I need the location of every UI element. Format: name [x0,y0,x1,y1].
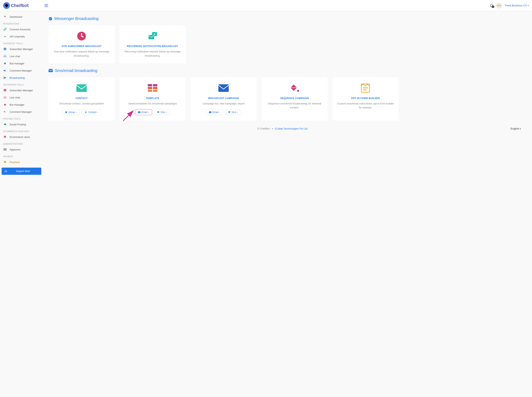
language-dropdown[interactable]: English ▾ [511,127,521,130]
sidebar-item-label: Subscriber Manager [10,48,33,51]
user-dropdown[interactable]: Trend Business CO ▾ [505,4,529,7]
svg-point-9 [5,105,6,105]
sidebar-item-ecommerce-store[interactable]: Ecommerce store [0,133,43,141]
card-contact: CONTACT Sms/email contact, contact group… [49,77,115,121]
messenger-icon [49,17,52,21]
sidebar-section-posting: POSTING TOOLS [0,115,43,121]
card-title: OTN SUBSCRIBER BROADCAST [52,45,111,48]
chevron-down-icon: ▾ [528,4,529,6]
card-optin-form[interactable]: OPT-IN FORM BUILDER Custom sms/email sub… [332,77,399,121]
sms-campaign-button[interactable]: Sms › [225,109,241,115]
chevron-right-icon: › [148,111,149,114]
sidebar-section-ecommerce: ECOMMERCE FEATURES [0,128,43,133]
svg-point-17 [154,33,155,35]
svg-rect-36 [363,87,368,88]
headset-icon [3,96,7,99]
reply-all-icon [3,110,7,114]
card-broadcast-campaign: BROADCAST CAMPAIGN Campaign list, new ca… [190,77,257,121]
svg-rect-25 [148,84,152,86]
brand-logo[interactable]: Cheifbot [3,2,29,9]
sidebar-item-broadcasting[interactable]: Broadcasting [0,74,43,81]
card-template: TEMPLATE Saved templates for sms/email c… [119,77,186,121]
card-title: OPT-IN FORM BUILDER [336,97,395,100]
support-desk-label: Support desk [7,170,39,173]
sidebar-item-payment[interactable]: Payment [0,158,43,166]
card-otn-broadcast[interactable]: OTN SUBSCRIBER BROADCAST One-time notifi… [49,25,115,64]
sidebar-item-api-channels[interactable]: API channels [0,33,43,40]
sidebar-item-label: Bot manager [10,103,24,106]
form-builder-icon [336,82,395,94]
contact-button[interactable]: Contact › [82,109,101,115]
svg-rect-7 [4,104,6,105]
sidebar-item-subscriber-manager-ig[interactable]: Subscriber Manager [0,87,43,94]
sidebar-section-integrations: INTEGRATIONS [0,20,43,26]
sms-template-button[interactable]: Sms › [154,109,170,115]
footer: © CheifBot • iCollab Technologies Pvt Lt… [49,123,526,138]
robot-icon [3,62,7,65]
sidebar-item-connect-accounts[interactable]: Connect Accounts [0,26,43,33]
card-sequence-campaign[interactable]: SEQUENCE CAMPAIGN Sequence sms/email bro… [261,77,328,121]
svg-rect-31 [138,112,140,113]
paint-fill-icon [265,82,324,94]
svg-point-6 [5,89,5,90]
sidebar-item-live-chat-ig[interactable]: Live chat [0,94,43,101]
sidebar-item-subscriber-manager-fb[interactable]: Subscriber Manager [0,45,43,53]
envelope-icon [194,82,253,94]
chevron-right-icon: › [237,111,238,114]
user-circle-icon [3,47,7,51]
chevron-right-icon: › [76,111,77,114]
svg-rect-29 [148,90,152,92]
sidebar-section-instagram: INSTAGRAM TOOLS [0,81,43,87]
user-avatar[interactable]: Alvan [496,3,502,8]
grid-template-icon [123,82,182,94]
card-desc: Custom sms/email subscribers opt-in form… [336,102,395,110]
sidebar-item-comment-manager-fb[interactable]: Comment Manager [0,67,43,74]
chevron-right-icon: › [166,111,167,114]
card-desc: Campaign list, new campaign, report [194,102,253,106]
sidebar-item-label: Comment Manager [10,110,32,113]
sidebar-item-label: Connect Accounts [10,28,31,31]
company-link[interactable]: iCollab Technologies Pvt Ltd [275,127,307,130]
svg-rect-19 [49,69,53,72]
store-icon [3,135,7,139]
card-title: CONTACT [52,97,111,100]
user-circle-icon [3,88,7,92]
sidebar-item-label: Ecommerce store [10,136,30,138]
card-desc: Recurring notification request follow-up… [123,50,182,58]
sidebar-item-dashboard[interactable]: Dashboard [0,13,43,20]
card-recurring-broadcast[interactable]: RECURRING NOTIFICATION BROADCAST Recurri… [119,25,186,64]
email-campaign-button[interactable]: Email › [206,109,223,115]
sidebar-item-social-posting[interactable]: Social Posting [0,121,43,128]
recurring-notification-icon [123,31,182,42]
sidebar-item-label: Subscriber Manager [10,89,33,92]
svg-rect-37 [363,89,367,90]
sidebar-section-facebook: FACEBOOK TOOLS [0,40,43,45]
sidebar-item-live-chat-fb[interactable]: Live chat [0,53,43,60]
section-messenger-title: Messenger Broadcasting [49,16,526,21]
svg-rect-33 [209,112,211,113]
svg-rect-10 [5,137,5,138]
svg-point-22 [66,112,66,112]
sidebar-item-label: API channels [10,35,25,38]
menu-toggle-icon[interactable] [44,4,48,7]
support-desk-button[interactable]: Support desk [2,167,41,175]
svg-point-34 [297,90,299,92]
card-title: RECURRING NOTIFICATION BROADCAST [123,45,182,48]
dashboard-icon [3,15,7,19]
sidebar-item-comment-manager-ig[interactable]: Comment Manager [0,108,43,115]
email-template-button[interactable]: Email › [135,109,152,115]
sidebar-item-bot-manager-fb[interactable]: Bot manager [0,60,43,67]
sidebar-item-label: Live chat [10,55,20,58]
chevron-down-icon: ▾ [520,128,521,130]
svg-rect-30 [153,90,157,92]
card-title: BROADCAST CAMPAIGN [194,97,253,100]
card-desc: Saved templates for sms/email campaigns [123,102,182,106]
sidebar: Dashboard INTEGRATIONS Connect Accounts … [0,11,43,397]
section-sms-title: Sms/email broadcasting [49,68,526,73]
sidebar-item-bot-manager-ig[interactable]: Bot manager [0,101,43,108]
notifications-bell-icon[interactable]: 0 [490,4,493,7]
svg-rect-28 [153,87,157,89]
group-button[interactable]: Group › [62,109,80,115]
top-header: Cheifbot 0 Alvan Trend Business CO ▾ [0,0,532,11]
sidebar-item-appsumo[interactable]: Appsumo [0,146,43,153]
